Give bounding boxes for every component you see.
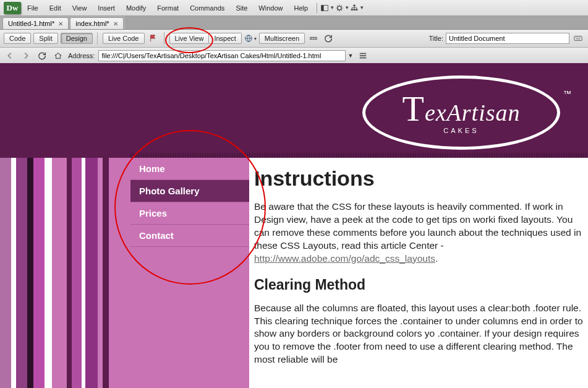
nav-prices[interactable]: Prices	[130, 202, 249, 225]
svg-rect-9	[574, 37, 582, 41]
logo-text: TexArtisan	[402, 91, 520, 127]
file-tab-label: Untitled-1.html*	[8, 20, 54, 27]
svg-rect-11	[360, 55, 367, 56]
tab-strip-filler	[125, 16, 588, 29]
svg-rect-1	[322, 5, 324, 11]
paragraph: Because all the columns are floated, thi…	[254, 302, 588, 367]
svg-point-2	[338, 6, 341, 9]
menu-edit[interactable]: Edit	[45, 2, 66, 14]
page-header: TexArtisan CAKES ™	[0, 63, 588, 158]
gear-icon[interactable]: ▼	[336, 2, 349, 14]
page-body: Home Photo Gallery Prices Contact Instru…	[130, 158, 588, 388]
menu-site[interactable]: Site	[231, 2, 252, 14]
page-content: Instructions Be aware that the CSS for t…	[249, 158, 588, 388]
menu-modify[interactable]: Modify	[121, 2, 151, 14]
svg-rect-5	[354, 9, 356, 10]
app-logo: Dw	[4, 2, 21, 14]
document-toolbar: Code Split Design Live Code Live View In…	[0, 30, 588, 48]
separator	[317, 3, 317, 13]
refresh-icon[interactable]	[36, 50, 48, 61]
inspect-button[interactable]: Inspect	[209, 33, 241, 44]
file-tab[interactable]: Untitled-1.html* ✕	[2, 17, 69, 29]
globe-icon[interactable]: ▾	[244, 33, 257, 44]
address-input[interactable]	[98, 50, 346, 61]
live-view-button[interactable]: Live View	[169, 33, 210, 44]
close-icon[interactable]: ✕	[113, 20, 118, 27]
refresh-icon[interactable]	[322, 33, 334, 44]
address-toolbar: Address: ▼	[0, 48, 588, 64]
design-viewport: TexArtisan CAKES ™ Home Photo Gallery Pr…	[0, 63, 588, 388]
sitemap-icon[interactable]: ▼	[351, 2, 364, 14]
menu-insert[interactable]: Insert	[93, 2, 120, 14]
svg-rect-6	[356, 9, 357, 10]
sub-heading: Clearing Method	[254, 277, 588, 293]
separator	[97, 32, 98, 45]
menu-format[interactable]: Format	[152, 2, 184, 14]
menu-window[interactable]: Window	[254, 2, 288, 14]
code-button[interactable]: Code	[4, 33, 31, 44]
nav-contact[interactable]: Contact	[130, 225, 249, 247]
menu-bar: Dw File Edit View Insert Modify Format C…	[0, 0, 588, 16]
back-icon[interactable]	[4, 50, 16, 61]
svg-rect-4	[351, 9, 353, 10]
split-button[interactable]: Split	[33, 33, 58, 44]
file-tab-strip: Untitled-1.html* ✕ index.html* ✕	[0, 16, 588, 30]
flag-icon[interactable]	[147, 33, 160, 44]
forward-icon[interactable]	[20, 50, 32, 61]
menu-commands[interactable]: Commands	[185, 2, 229, 14]
title-label: Title:	[429, 35, 443, 42]
address-label: Address:	[68, 52, 95, 59]
nav-home[interactable]: Home	[130, 158, 249, 180]
layout-icon[interactable]: ▼	[321, 2, 334, 14]
menu-help[interactable]: Help	[289, 2, 313, 14]
file-tab[interactable]: index.html* ✕	[70, 17, 123, 29]
page-heading: Instructions	[254, 166, 588, 191]
separator	[164, 32, 165, 45]
keyboard-icon[interactable]	[572, 33, 584, 44]
options-icon[interactable]	[357, 50, 369, 61]
logo-subtitle: CAKES	[443, 127, 479, 134]
ruler-icon[interactable]	[307, 33, 320, 44]
paragraph: Be aware that the CSS for these layouts …	[254, 200, 588, 265]
adobe-link[interactable]: http://www.adobe.com/go/adc_css_layouts	[254, 253, 435, 264]
svg-rect-10	[360, 53, 367, 54]
close-icon[interactable]: ✕	[58, 20, 63, 27]
live-code-button[interactable]: Live Code	[103, 33, 145, 44]
svg-rect-3	[354, 4, 356, 6]
chevron-down-icon[interactable]: ▼	[347, 53, 353, 59]
multiscreen-button[interactable]: Multiscreen	[259, 33, 305, 44]
home-icon[interactable]	[52, 50, 64, 61]
svg-rect-12	[360, 58, 367, 59]
nav-photo-gallery[interactable]: Photo Gallery	[130, 180, 249, 202]
file-tab-label: index.html*	[75, 20, 109, 27]
design-button[interactable]: Design	[61, 33, 93, 44]
menu-view[interactable]: View	[67, 2, 92, 14]
brand-logo: TexArtisan CAKES ™	[362, 75, 560, 150]
title-input[interactable]	[446, 33, 569, 44]
sidebar-nav: Home Photo Gallery Prices Contact	[130, 158, 249, 388]
trademark: ™	[563, 89, 571, 98]
menu-file[interactable]: File	[22, 2, 43, 14]
